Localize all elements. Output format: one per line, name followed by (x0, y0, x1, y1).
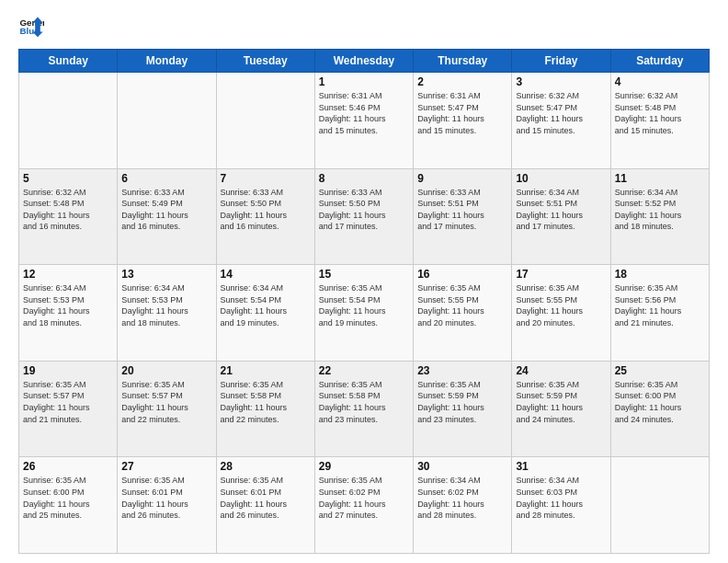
day-number: 27 (121, 460, 211, 473)
calendar-cell: 23Sunrise: 6:35 AM Sunset: 5:59 PM Dayli… (414, 361, 512, 457)
calendar-cell: 7Sunrise: 6:33 AM Sunset: 5:50 PM Daylig… (216, 168, 314, 265)
day-number: 9 (417, 172, 507, 185)
calendar-cell: 19Sunrise: 6:35 AM Sunset: 5:57 PM Dayli… (19, 361, 118, 457)
day-number: 11 (615, 172, 705, 185)
day-number: 1 (319, 75, 409, 88)
calendar-cell: 12Sunrise: 6:34 AM Sunset: 5:53 PM Dayli… (19, 265, 118, 362)
day-info: Sunrise: 6:34 AM Sunset: 5:53 PM Dayligh… (121, 282, 211, 328)
logo: General Blue (18, 14, 44, 40)
weekday-header-row: SundayMondayTuesdayWednesdayThursdayFrid… (19, 50, 710, 73)
weekday-header-monday: Monday (118, 50, 216, 73)
day-number: 26 (23, 460, 113, 473)
calendar-cell: 18Sunrise: 6:35 AM Sunset: 5:56 PM Dayli… (610, 265, 709, 362)
day-info: Sunrise: 6:34 AM Sunset: 5:51 PM Dayligh… (516, 187, 606, 233)
day-info: Sunrise: 6:35 AM Sunset: 5:58 PM Dayligh… (319, 379, 409, 425)
calendar-cell: 8Sunrise: 6:33 AM Sunset: 5:50 PM Daylig… (314, 168, 413, 265)
day-number: 25 (615, 364, 705, 377)
day-info: Sunrise: 6:33 AM Sunset: 5:50 PM Dayligh… (221, 187, 311, 233)
day-info: Sunrise: 6:35 AM Sunset: 5:55 PM Dayligh… (516, 282, 606, 328)
day-number: 29 (319, 460, 409, 473)
calendar-cell: 6Sunrise: 6:33 AM Sunset: 5:49 PM Daylig… (118, 168, 216, 265)
day-number: 10 (516, 172, 606, 185)
weekday-header-friday: Friday (512, 50, 610, 73)
day-number: 20 (121, 364, 211, 377)
calendar-cell: 5Sunrise: 6:32 AM Sunset: 5:48 PM Daylig… (19, 168, 118, 265)
calendar-cell: 3Sunrise: 6:32 AM Sunset: 5:47 PM Daylig… (512, 73, 610, 169)
day-number: 4 (615, 75, 705, 88)
calendar-cell (216, 73, 314, 169)
week-row-5: 26Sunrise: 6:35 AM Sunset: 6:00 PM Dayli… (19, 457, 710, 554)
day-info: Sunrise: 6:35 AM Sunset: 5:54 PM Dayligh… (319, 282, 409, 328)
calendar-table: SundayMondayTuesdayWednesdayThursdayFrid… (18, 49, 710, 554)
calendar-cell: 31Sunrise: 6:34 AM Sunset: 6:03 PM Dayli… (512, 457, 610, 554)
header: General Blue (18, 14, 710, 40)
day-info: Sunrise: 6:34 AM Sunset: 6:02 PM Dayligh… (417, 475, 507, 521)
day-info: Sunrise: 6:31 AM Sunset: 5:46 PM Dayligh… (319, 90, 409, 136)
day-number: 5 (23, 172, 113, 185)
day-info: Sunrise: 6:32 AM Sunset: 5:48 PM Dayligh… (615, 90, 705, 136)
day-info: Sunrise: 6:35 AM Sunset: 6:01 PM Dayligh… (121, 475, 211, 521)
day-number: 3 (516, 75, 606, 88)
day-info: Sunrise: 6:34 AM Sunset: 5:53 PM Dayligh… (23, 282, 113, 328)
day-number: 18 (615, 268, 705, 281)
day-info: Sunrise: 6:35 AM Sunset: 5:58 PM Dayligh… (221, 379, 311, 425)
calendar-cell: 28Sunrise: 6:35 AM Sunset: 6:01 PM Dayli… (216, 457, 314, 554)
day-info: Sunrise: 6:35 AM Sunset: 6:00 PM Dayligh… (23, 475, 113, 521)
day-info: Sunrise: 6:32 AM Sunset: 5:48 PM Dayligh… (23, 187, 113, 233)
calendar-cell: 22Sunrise: 6:35 AM Sunset: 5:58 PM Dayli… (314, 361, 413, 457)
day-number: 19 (23, 364, 113, 377)
day-number: 21 (221, 364, 311, 377)
day-number: 22 (319, 364, 409, 377)
day-number: 24 (516, 364, 606, 377)
calendar-cell: 25Sunrise: 6:35 AM Sunset: 6:00 PM Dayli… (610, 361, 709, 457)
day-number: 13 (121, 268, 211, 281)
day-number: 23 (417, 364, 507, 377)
calendar-cell: 21Sunrise: 6:35 AM Sunset: 5:58 PM Dayli… (216, 361, 314, 457)
day-number: 6 (121, 172, 211, 185)
day-info: Sunrise: 6:35 AM Sunset: 6:01 PM Dayligh… (221, 475, 311, 521)
day-number: 17 (516, 268, 606, 281)
week-row-2: 5Sunrise: 6:32 AM Sunset: 5:48 PM Daylig… (19, 168, 710, 265)
day-number: 12 (23, 268, 113, 281)
calendar-cell (118, 73, 216, 169)
week-row-3: 12Sunrise: 6:34 AM Sunset: 5:53 PM Dayli… (19, 265, 710, 362)
day-number: 14 (221, 268, 311, 281)
weekday-header-wednesday: Wednesday (314, 50, 413, 73)
calendar-cell: 20Sunrise: 6:35 AM Sunset: 5:57 PM Dayli… (118, 361, 216, 457)
day-info: Sunrise: 6:33 AM Sunset: 5:51 PM Dayligh… (417, 187, 507, 233)
day-number: 31 (516, 460, 606, 473)
day-number: 7 (221, 172, 311, 185)
calendar-cell: 1Sunrise: 6:31 AM Sunset: 5:46 PM Daylig… (314, 73, 413, 169)
day-info: Sunrise: 6:34 AM Sunset: 5:54 PM Dayligh… (221, 282, 311, 328)
calendar-cell: 9Sunrise: 6:33 AM Sunset: 5:51 PM Daylig… (414, 168, 512, 265)
calendar-cell: 17Sunrise: 6:35 AM Sunset: 5:55 PM Dayli… (512, 265, 610, 362)
calendar-cell: 13Sunrise: 6:34 AM Sunset: 5:53 PM Dayli… (118, 265, 216, 362)
day-info: Sunrise: 6:35 AM Sunset: 5:59 PM Dayligh… (516, 379, 606, 425)
day-number: 15 (319, 268, 409, 281)
day-info: Sunrise: 6:35 AM Sunset: 5:57 PM Dayligh… (23, 379, 113, 425)
calendar-cell: 26Sunrise: 6:35 AM Sunset: 6:00 PM Dayli… (19, 457, 118, 554)
calendar-cell (19, 73, 118, 169)
day-info: Sunrise: 6:33 AM Sunset: 5:49 PM Dayligh… (121, 187, 211, 233)
calendar-cell (610, 457, 709, 554)
calendar-cell: 4Sunrise: 6:32 AM Sunset: 5:48 PM Daylig… (610, 73, 709, 169)
calendar-cell: 10Sunrise: 6:34 AM Sunset: 5:51 PM Dayli… (512, 168, 610, 265)
day-number: 28 (221, 460, 311, 473)
calendar-cell: 14Sunrise: 6:34 AM Sunset: 5:54 PM Dayli… (216, 265, 314, 362)
calendar-cell: 11Sunrise: 6:34 AM Sunset: 5:52 PM Dayli… (610, 168, 709, 265)
weekday-header-thursday: Thursday (414, 50, 512, 73)
day-info: Sunrise: 6:35 AM Sunset: 5:55 PM Dayligh… (417, 282, 507, 328)
calendar-cell: 29Sunrise: 6:35 AM Sunset: 6:02 PM Dayli… (314, 457, 413, 554)
week-row-1: 1Sunrise: 6:31 AM Sunset: 5:46 PM Daylig… (19, 73, 710, 169)
weekday-header-saturday: Saturday (610, 50, 709, 73)
day-info: Sunrise: 6:35 AM Sunset: 5:56 PM Dayligh… (615, 282, 705, 328)
day-info: Sunrise: 6:34 AM Sunset: 5:52 PM Dayligh… (615, 187, 705, 233)
calendar-cell: 30Sunrise: 6:34 AM Sunset: 6:02 PM Dayli… (414, 457, 512, 554)
calendar-cell: 24Sunrise: 6:35 AM Sunset: 5:59 PM Dayli… (512, 361, 610, 457)
day-number: 30 (417, 460, 507, 473)
day-info: Sunrise: 6:35 AM Sunset: 5:57 PM Dayligh… (121, 379, 211, 425)
day-info: Sunrise: 6:35 AM Sunset: 5:59 PM Dayligh… (417, 379, 507, 425)
calendar-cell: 16Sunrise: 6:35 AM Sunset: 5:55 PM Dayli… (414, 265, 512, 362)
day-number: 8 (319, 172, 409, 185)
calendar-cell: 27Sunrise: 6:35 AM Sunset: 6:01 PM Dayli… (118, 457, 216, 554)
